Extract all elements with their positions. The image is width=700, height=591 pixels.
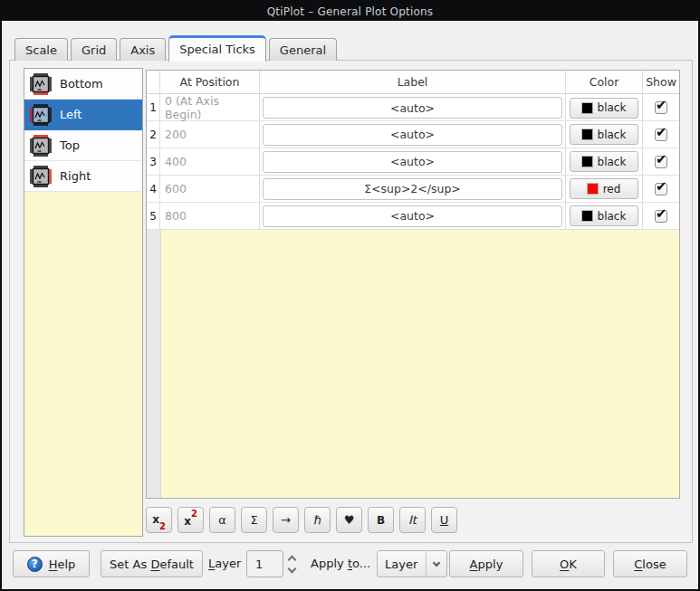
titlebar[interactable]: QtiPlot – General Plot Options	[2, 2, 698, 21]
label-input[interactable]: <auto>	[263, 205, 562, 227]
table-row: 1 0 (At Axis Begin) <auto> black ✔	[147, 94, 679, 121]
superscript-button[interactable]: x2	[177, 507, 204, 533]
spin-up-icon[interactable]	[287, 555, 296, 564]
left-axis-icon	[29, 103, 53, 127]
sidebar-item-label: Bottom	[60, 77, 103, 91]
ok-button[interactable]: OK	[532, 550, 605, 577]
layer-label: Layer	[208, 550, 241, 577]
right-axis-icon	[29, 165, 53, 188]
help-icon: ?	[27, 557, 43, 572]
apply-to-dropdown[interactable]: Layer	[377, 550, 447, 577]
spin-down-icon[interactable]	[287, 564, 296, 573]
sidebar-item-top[interactable]: Top	[24, 130, 142, 161]
tab-bar: Scale Grid Axis Special Ticks General	[14, 34, 340, 61]
color-name: black	[598, 101, 627, 114]
top-axis-icon	[29, 134, 53, 157]
label-input[interactable]: <auto>	[263, 97, 562, 119]
color-swatch	[582, 211, 592, 221]
show-checkbox[interactable]: ✔	[655, 129, 667, 141]
apply-to-label: Apply to...	[311, 550, 370, 577]
layer-spinbox[interactable]: 1	[246, 550, 300, 577]
color-swatch	[582, 103, 592, 113]
table-row: 4 600 Σ<sup>2</sup> red ✔	[147, 176, 679, 203]
show-checkbox[interactable]: ✔	[655, 101, 667, 114]
bold-button[interactable]: B	[368, 507, 394, 533]
show-checkbox[interactable]: ✔	[655, 183, 667, 195]
table-header-row: At Position Label Color Show	[147, 71, 679, 94]
sidebar-item-label: Top	[60, 138, 80, 152]
row-number: 2	[147, 121, 160, 148]
subscript-button[interactable]: x2	[146, 507, 172, 533]
layer-spin-arrows[interactable]	[283, 550, 300, 577]
sidebar-item-left[interactable]: Left	[24, 100, 142, 130]
label-input[interactable]: <auto>	[263, 151, 562, 173]
tab-general[interactable]: General	[269, 38, 337, 61]
position-cell[interactable]: 200	[160, 121, 260, 148]
help-label: Help	[49, 558, 76, 571]
show-checkbox[interactable]: ✔	[655, 210, 667, 223]
row-number: 4	[147, 176, 160, 202]
tab-special-ticks[interactable]: Special Ticks	[168, 35, 266, 62]
color-button[interactable]: black	[570, 205, 638, 226]
table-row: 3 400 <auto> black ✔	[147, 148, 679, 176]
row-number-gutter	[147, 230, 161, 498]
arrow-symbol-button[interactable]: →	[273, 507, 299, 533]
table-viewport	[161, 230, 679, 498]
column-header-label: Label	[260, 71, 566, 93]
row-number: 5	[147, 203, 160, 229]
tab-scale[interactable]: Scale	[14, 38, 68, 61]
set-as-default-button[interactable]: Set As Default	[101, 550, 203, 577]
color-button[interactable]: red	[570, 178, 638, 199]
apply-button[interactable]: Apply	[449, 550, 523, 577]
window-title: QtiPlot – General Plot Options	[267, 5, 434, 18]
dropdown-arrow	[426, 551, 446, 577]
alpha-symbol-button[interactable]: α	[209, 507, 235, 533]
sidebar-item-label: Left	[60, 108, 82, 121]
row-number-header	[147, 71, 160, 93]
text-format-toolbar: x2 x2 α Σ → ℏ ♥ B It U	[146, 507, 457, 533]
hbar-symbol-button[interactable]: ℏ	[304, 507, 331, 533]
position-cell[interactable]: 600	[160, 176, 260, 202]
color-name: red	[603, 183, 621, 195]
color-swatch	[588, 184, 598, 194]
general-plot-options-dialog: QtiPlot – General Plot Options Scale Gri…	[0, 0, 700, 591]
bottom-axis-icon	[29, 72, 53, 96]
sidebar-item-bottom[interactable]: Bottom	[24, 69, 142, 100]
position-cell[interactable]: 400	[160, 148, 260, 175]
color-swatch	[582, 157, 592, 167]
sidebar-item-right[interactable]: Right	[24, 161, 142, 192]
tab-grid[interactable]: Grid	[71, 38, 117, 61]
row-number: 3	[147, 148, 160, 175]
sigma-symbol-button[interactable]: Σ	[241, 507, 267, 533]
color-button[interactable]: black	[570, 151, 638, 172]
column-header-show: Show	[643, 71, 679, 93]
special-ticks-page: Bottom Left Top Right At Position Label …	[9, 60, 693, 543]
special-ticks-table: At Position Label Color Show 1 0 (At Axi…	[146, 70, 680, 499]
heart-symbol-button[interactable]: ♥	[336, 507, 362, 533]
help-button[interactable]: ? Help	[13, 550, 90, 577]
position-cell[interactable]: 0 (At Axis Begin)	[160, 94, 260, 121]
underline-button[interactable]: U	[431, 507, 457, 533]
chevron-down-icon	[433, 559, 440, 567]
apply-to-selected-value: Layer	[378, 558, 426, 571]
color-button[interactable]: black	[570, 124, 638, 145]
sidebar-item-label: Right	[60, 169, 91, 183]
table-empty-area	[147, 230, 679, 498]
label-input[interactable]: Σ<sup>2</sup>	[263, 178, 562, 200]
color-name: black	[598, 210, 627, 223]
column-header-position: At Position	[160, 71, 260, 93]
axis-list: Bottom Left Top Right	[24, 68, 143, 537]
column-header-color: Color	[566, 71, 643, 93]
layer-spin-value[interactable]: 1	[246, 550, 283, 577]
tab-axis[interactable]: Axis	[120, 38, 166, 61]
position-cell[interactable]: 800	[160, 203, 260, 229]
color-button[interactable]: black	[570, 98, 638, 119]
close-button[interactable]: Close	[613, 550, 687, 577]
label-input[interactable]: <auto>	[263, 124, 562, 146]
row-number: 1	[147, 94, 160, 121]
color-name: black	[598, 129, 627, 141]
show-checkbox[interactable]: ✔	[655, 156, 667, 168]
table-row: 5 800 <auto> black ✔	[147, 203, 679, 230]
italic-button[interactable]: It	[399, 507, 426, 533]
color-swatch	[582, 129, 592, 139]
